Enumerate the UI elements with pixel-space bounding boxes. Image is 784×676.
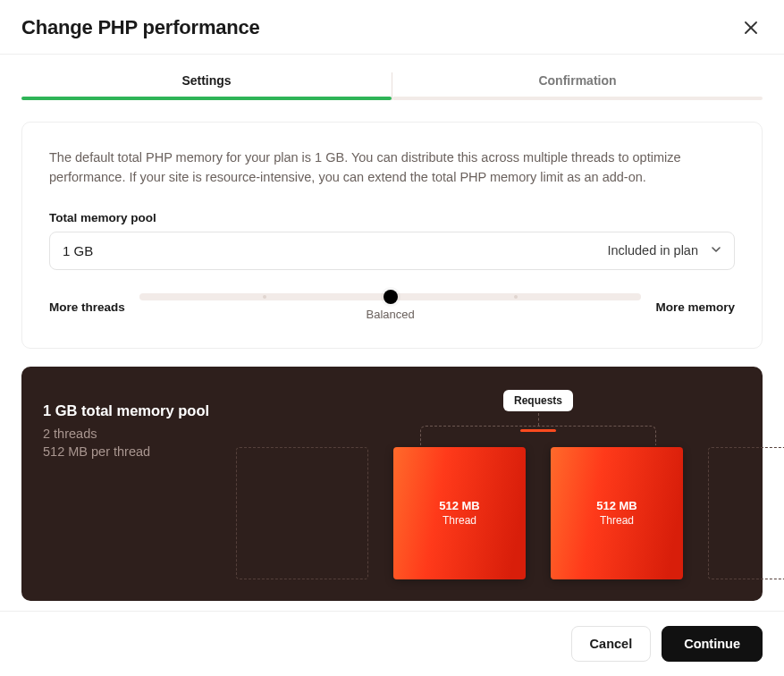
slider-right-label: More memory (655, 300, 735, 314)
preview-threads: 2 threads (43, 427, 222, 441)
step-confirmation[interactable]: Confirmation (392, 72, 763, 100)
step-bar-active (21, 97, 392, 100)
modal-title: Change PHP performance (21, 16, 260, 39)
thread-memory-slider-row: More threads Balanced More memory (49, 293, 735, 321)
requests-pill: Requests (503, 390, 573, 411)
slider-tick (514, 295, 518, 299)
step-label: Confirmation (538, 73, 616, 97)
close-icon (745, 23, 757, 37)
step-label: Settings (181, 73, 231, 97)
thread-size: 512 MB (439, 499, 480, 512)
preview-card: 1 GB total memory pool 2 threads 512 MB … (21, 367, 763, 601)
step-settings[interactable]: Settings (21, 72, 392, 100)
close-button[interactable] (739, 16, 763, 39)
threads-row: 512 MB Thread 512 MB Thread (236, 447, 784, 579)
modal-header: Change PHP performance (0, 0, 784, 55)
preview-info: 1 GB total memory pool 2 threads 512 MB … (43, 388, 222, 579)
thread-placeholder (236, 447, 368, 579)
thread-label: Thread (600, 514, 634, 527)
thread-memory-slider[interactable]: Balanced (139, 293, 642, 321)
slider-left-label: More threads (49, 300, 125, 314)
memory-pool-select[interactable]: 1 GB Included in plan (49, 232, 735, 270)
cancel-button[interactable]: Cancel (571, 626, 652, 662)
continue-button[interactable]: Continue (662, 626, 763, 662)
step-bar-inactive (392, 97, 763, 100)
chevron-down-icon (711, 243, 721, 258)
memory-pool-label: Total memory pool (49, 211, 735, 224)
preview-title: 1 GB total memory pool (43, 402, 222, 419)
modal-footer: Cancel Continue (0, 611, 784, 676)
php-performance-modal: Change PHP performance Settings Confirma… (0, 0, 784, 676)
slider-tick (263, 295, 266, 299)
thread-card: 512 MB Thread (551, 447, 683, 579)
preview-per-thread: 512 MB per thread (43, 444, 222, 459)
slider-caption: Balanced (367, 308, 415, 321)
thread-label: Thread (443, 514, 476, 527)
thread-size: 512 MB (596, 499, 637, 512)
stepper: Settings Confirmation (21, 72, 763, 100)
thread-placeholder (708, 447, 784, 579)
memory-pool-badge: Included in plan (607, 243, 698, 258)
thread-card: 512 MB Thread (393, 447, 526, 579)
slider-thumb[interactable] (384, 290, 398, 304)
memory-pool-value: 1 GB (63, 243, 93, 258)
settings-description: The default total PHP memory for your pl… (49, 148, 735, 188)
settings-card: The default total PHP memory for your pl… (21, 122, 763, 349)
accent-strip (520, 429, 556, 432)
connector-line (538, 413, 539, 426)
thread-diagram: Requests 512 MB Thread 512 MB Thread (236, 388, 784, 579)
